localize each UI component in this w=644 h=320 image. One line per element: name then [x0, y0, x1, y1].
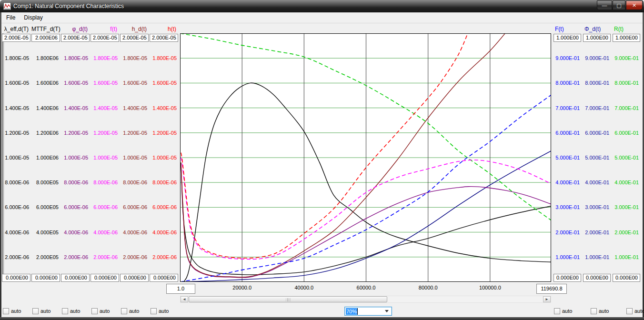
axis-min-field-h[interactable]: 0.000E00: [150, 274, 178, 282]
checkbox-icon[interactable]: [3, 308, 9, 314]
axis-tick-phi_d: 1.200E-05: [61, 130, 88, 136]
auto-checkbox-right-2[interactable]: auto: [626, 307, 644, 315]
checkbox-icon[interactable]: [32, 308, 39, 314]
zoom-level-combobox[interactable]: 70%: [344, 307, 392, 316]
axis-min-field-lambda_eff_d[interactable]: 0.000E00: [2, 274, 30, 282]
auto-checkbox-left-4[interactable]: auto: [121, 307, 139, 315]
axis-tick-h_d: 1.400E-05: [120, 105, 147, 111]
axis-header-h: h(t): [150, 26, 176, 33]
axis-max-field-h[interactable]: 2.000E-05: [150, 34, 178, 42]
axis-tick-phi_d: 1.600E-05: [61, 80, 88, 86]
axis-max-field-f[interactable]: 2.000E-05: [91, 34, 119, 42]
title-bar[interactable]: Comp1: Natural Component Characteristics…: [0, 0, 644, 13]
axis-max-field-h_d[interactable]: 2.000E-05: [120, 34, 149, 42]
checkbox-icon[interactable]: [121, 308, 127, 314]
axis-min-field-R[interactable]: 0.000E00: [613, 274, 640, 282]
checkbox-label: auto: [40, 308, 50, 314]
axis-tick-h: 1.200E-05: [150, 130, 177, 136]
axis-tick-f: 1.800E-05: [91, 55, 118, 61]
axis-tick-Phi_d: 7.000E-01: [583, 105, 609, 111]
auto-checkbox-left-3[interactable]: auto: [91, 307, 110, 315]
axis-min-field-Phi_d[interactable]: 0.000E00: [583, 274, 611, 282]
window-border-bottom: [0, 317, 644, 320]
axis-tick-R: 2.000E-01: [613, 229, 639, 236]
axis-min-field-f[interactable]: 0.000E00: [91, 274, 119, 282]
curve-h_d(t): [181, 33, 510, 277]
axis-tick-F: 2.000E-01: [553, 229, 580, 236]
axis-tick-lambda_eff_d: 6.000E-06: [2, 204, 29, 210]
checkbox-icon[interactable]: [151, 308, 157, 314]
checkbox-icon[interactable]: [91, 308, 98, 314]
axis-tick-h_d: 8.000E-06: [120, 179, 147, 186]
x-axis-max-field[interactable]: 119690.8: [536, 284, 567, 294]
menu-item-file[interactable]: File: [2, 13, 19, 22]
axis-min-field-h_d[interactable]: 0.000E00: [120, 274, 149, 282]
horizontal-scrollbar[interactable]: ◄ ►: [180, 296, 551, 303]
scroll-left-icon: ◄: [182, 297, 186, 301]
axis-header-Phi_d: Φ_d(t): [584, 26, 610, 33]
checkbox-icon[interactable]: [62, 308, 68, 314]
auto-checkbox-left-0[interactable]: auto: [3, 307, 21, 315]
axis-tick-f: 1.200E-05: [91, 130, 118, 136]
menu-bar: FileDisplay: [1, 12, 643, 23]
axis-max-field-R[interactable]: 1.000E00: [613, 34, 640, 42]
close-button[interactable]: ✕: [626, 0, 643, 10]
axis-tick-h_d: 6.000E-06: [120, 204, 147, 210]
axis-max-field-Phi_d[interactable]: 1.000E00: [583, 34, 611, 42]
menu-item-display[interactable]: Display: [20, 13, 46, 22]
axis-tick-R: 6.000E-01: [613, 130, 639, 136]
axis-min-field-mttf_d[interactable]: 0.000E00: [31, 274, 60, 282]
checkbox-label: auto: [11, 308, 21, 314]
axis-tick-phi_d: 1.400E-05: [61, 105, 88, 111]
axis-tick-f: 1.000E-05: [91, 154, 118, 161]
minimize-button[interactable]: —: [597, 0, 612, 10]
scroll-right-icon: ►: [545, 297, 549, 301]
axis-tick-Phi_d: 4.000E-01: [583, 179, 609, 186]
x-axis-tick: 40000.0: [294, 285, 313, 290]
checkbox-label: auto: [599, 308, 609, 314]
axis-min-field-F[interactable]: 0.000E00: [553, 274, 581, 282]
axis-tick-F: 5.000E-01: [553, 154, 580, 161]
auto-checkbox-right-0[interactable]: auto: [554, 307, 572, 315]
window-border-left: [0, 12, 1, 317]
axis-tick-Phi_d: 1.000E-01: [583, 254, 609, 260]
scrollbar-thumb[interactable]: [189, 296, 387, 302]
axis-tick-h_d: 1.800E-05: [120, 55, 147, 61]
axis-tick-Phi_d: 5.000E-01: [583, 154, 609, 161]
checkbox-icon[interactable]: [554, 308, 560, 314]
axis-max-field-mttf_d[interactable]: 2.000E06: [31, 34, 60, 42]
checkbox-label: auto: [129, 308, 139, 314]
scroll-right-button[interactable]: ►: [543, 296, 551, 302]
axis-tick-h_d: 1.000E-05: [120, 154, 147, 161]
checkbox-icon[interactable]: [626, 308, 633, 314]
auto-checkbox-right-1[interactable]: auto: [591, 307, 609, 315]
axis-tick-h_d: 1.600E-05: [120, 80, 147, 86]
axis-max-field-lambda_eff_d[interactable]: 2.000E-05: [2, 34, 30, 42]
axis-header-f: f(t): [91, 26, 117, 33]
scroll-left-button[interactable]: ◄: [181, 296, 188, 302]
x-axis-min-field[interactable]: 1.0: [166, 284, 195, 294]
axis-max-field-phi_d[interactable]: 2.000E-05: [61, 34, 90, 42]
minimize-icon: —: [602, 2, 607, 8]
checkbox-label: auto: [634, 308, 644, 314]
checkbox-label: auto: [70, 308, 80, 314]
auto-checkbox-left-1[interactable]: auto: [32, 307, 50, 315]
checkbox-label: auto: [100, 308, 110, 314]
axis-tick-h: 8.000E-06: [150, 179, 177, 186]
auto-checkbox-left-2[interactable]: auto: [62, 307, 80, 315]
checkbox-icon[interactable]: [591, 308, 597, 314]
axis-min-field-phi_d[interactable]: 0.000E00: [61, 274, 90, 282]
chevron-down-icon: [385, 310, 389, 312]
axis-max-field-F[interactable]: 1.000E00: [553, 34, 581, 42]
axis-tick-lambda_eff_d: 1.600E-05: [2, 80, 29, 86]
app-window: Comp1: Natural Component Characteristics…: [0, 0, 644, 320]
maximize-button[interactable]: ▢: [613, 0, 625, 10]
axis-tick-h: 1.600E-05: [150, 80, 177, 86]
axis-tick-mttf_d: 1.600E06: [31, 80, 59, 86]
axis-tick-F: 1.000E-01: [553, 254, 580, 260]
plot-area[interactable]: [180, 33, 551, 282]
axis-tick-F: 3.000E-01: [553, 204, 580, 210]
auto-checkbox-left-5[interactable]: auto: [151, 307, 169, 315]
axis-tick-R: 3.000E-01: [613, 204, 639, 210]
axis-tick-phi_d: 2.000E-06: [61, 254, 88, 260]
